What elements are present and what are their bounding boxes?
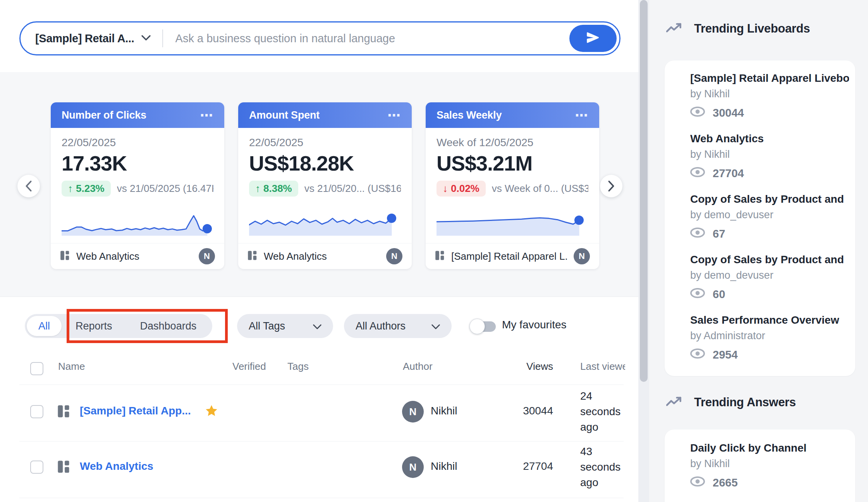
column-header-verified[interactable]: Verified <box>232 361 266 373</box>
trending-item[interactable]: Daily Click by Channel by Nikhil 2665 <box>690 442 849 489</box>
item-title[interactable]: Daily Click by Channel <box>690 442 849 454</box>
item-title[interactable]: Web Analytics <box>690 133 849 145</box>
trending-item[interactable]: [Sample] Retail Apparel Livebo by Nikhil… <box>690 72 849 119</box>
column-header-last-viewed[interactable]: Last viewed <box>580 361 625 373</box>
kpi-source-name[interactable]: Web Analytics <box>264 250 380 262</box>
kpi-card-title: Number of Clicks <box>62 109 146 121</box>
column-header-name[interactable]: Name <box>58 361 85 373</box>
change-badge: ↑ 8.38% <box>249 181 298 197</box>
kpi-date: 22/05/2025 <box>249 136 401 149</box>
more-menu-icon[interactable]: ⋯ <box>387 111 401 119</box>
ask-question-input[interactable] <box>175 32 619 45</box>
views-count: 30044 <box>504 405 553 417</box>
liveboard-icon <box>248 250 258 262</box>
column-header-views[interactable]: Views <box>504 361 553 373</box>
kpi-value: US$18.28K <box>249 151 401 175</box>
more-menu-icon[interactable]: ⋯ <box>200 111 213 119</box>
kpi-value: 17.33K <box>62 151 213 175</box>
item-author: by Nikhil <box>690 458 849 470</box>
kpi-card-number-of-clicks[interactable]: Number of Clicks ⋯ 22/05/2025 17.33K ↑ 5… <box>51 102 224 269</box>
change-arrow-icon: ↓ <box>443 183 448 195</box>
select-all-checkbox[interactable] <box>30 362 43 375</box>
tags-filter-label: All Tags <box>249 320 285 332</box>
change-value: 0.02% <box>451 183 480 195</box>
item-name-link[interactable]: [Sample] Retail App... <box>80 405 191 417</box>
kpi-card-amount-spent[interactable]: Amount Spent ⋯ 22/05/2025 US$18.28K ↑ 8.… <box>238 102 412 269</box>
more-menu-icon[interactable]: ⋯ <box>575 111 588 119</box>
chevron-down-icon <box>313 320 321 332</box>
chevron-down-icon <box>431 320 440 332</box>
divider <box>162 29 163 47</box>
divider <box>19 498 624 498</box>
vertical-scrollbar[interactable] <box>638 0 649 502</box>
nl-search-bar: [Sample] Retail A... <box>19 21 620 55</box>
kpi-date: 22/05/2025 <box>62 136 213 149</box>
trending-up-icon <box>666 22 683 35</box>
carousel-next-button[interactable] <box>600 175 622 197</box>
toggle-knob <box>469 319 485 334</box>
last-viewed: 43 seconds ago <box>580 444 631 490</box>
item-author: by Nikhil <box>690 88 849 100</box>
column-header-author[interactable]: Author <box>403 361 433 373</box>
item-views-row: 2954 <box>690 348 849 361</box>
kpi-card-body: 22/05/2025 17.33K ↑ 5.23% vs 21/05/2025 … <box>51 128 224 197</box>
liveboard-icon <box>435 250 445 262</box>
send-button[interactable] <box>569 25 617 52</box>
item-title[interactable]: [Sample] Retail Apparel Livebo <box>690 72 849 85</box>
row-checkbox[interactable] <box>30 461 43 474</box>
column-header-tags[interactable]: Tags <box>287 361 309 373</box>
liveboard-icon <box>60 250 70 262</box>
item-author: by demo_devuser <box>690 269 849 281</box>
item-author: by Administrator <box>690 330 849 342</box>
last-viewed: 24 seconds ago <box>580 388 631 435</box>
eye-icon <box>690 348 705 361</box>
item-title[interactable]: Copy of Sales by Product and <box>690 193 849 205</box>
tab-all[interactable]: All <box>27 316 62 336</box>
kpi-source-name[interactable]: [Sample] Retail Apparel L... <box>451 250 567 262</box>
carousel-prev-button[interactable] <box>17 175 40 197</box>
item-title[interactable]: Sales Performance Overview <box>690 314 849 326</box>
tags-filter-dropdown[interactable]: All Tags <box>237 314 333 338</box>
section-title: Trending Liveboards <box>694 22 810 36</box>
trending-item[interactable]: Copy of Sales by Product and by demo_dev… <box>690 254 849 301</box>
trending-liveboards-card: [Sample] Retail Apparel Livebo by Nikhil… <box>665 60 855 376</box>
compare-text: vs Week of 0... (US$3.21M <box>492 183 588 195</box>
authors-filter-dropdown[interactable]: All Authors <box>344 314 452 338</box>
item-views-row: 27704 <box>690 167 849 180</box>
scrollbar-thumb[interactable] <box>640 0 648 382</box>
views-count: 2954 <box>713 348 738 361</box>
row-checkbox[interactable] <box>30 405 43 418</box>
item-views-row: 60 <box>690 288 849 301</box>
kpi-value: US$3.21M <box>437 151 588 175</box>
kpi-card-header: Amount Spent ⋯ <box>238 102 412 128</box>
trending-item[interactable]: Copy of Sales by Product and by demo_dev… <box>690 193 849 240</box>
data-source-label: [Sample] Retail A... <box>35 32 134 45</box>
eye-icon <box>690 288 705 301</box>
send-icon <box>586 30 600 47</box>
star-icon[interactable] <box>205 404 218 419</box>
compare-text: vs 21/05/2025 (16.47K) <box>117 183 213 195</box>
trending-answers-card: Daily Click by Channel by Nikhil 2665 <box>665 430 855 502</box>
trending-answers-header: Trending Answers <box>666 395 796 409</box>
annotation-red-box <box>67 309 228 343</box>
trending-item[interactable]: Web Analytics by Nikhil 27704 <box>690 133 849 180</box>
item-name-link[interactable]: Web Analytics <box>80 460 153 473</box>
views-count: 30044 <box>713 107 744 119</box>
eye-icon <box>690 476 705 489</box>
change-arrow-icon: ↑ <box>68 183 73 195</box>
change-arrow-icon: ↑ <box>255 183 260 195</box>
kpi-card-sales-weekly[interactable]: Sales Weekly ⋯ Week of 12/05/2025 US$3.2… <box>426 102 599 269</box>
my-favourites-toggle[interactable] <box>469 319 497 334</box>
avatar: N <box>386 248 402 264</box>
data-source-selector[interactable]: [Sample] Retail A... <box>35 32 151 45</box>
compare-text: vs 21/05/20... (US$16.87K <box>304 183 401 195</box>
divider <box>19 441 624 442</box>
trending-item[interactable]: Sales Performance Overview by Administra… <box>690 314 849 361</box>
avatar: N <box>402 456 424 478</box>
kpi-card-title: Amount Spent <box>249 109 320 121</box>
sparkline-chart <box>437 212 588 236</box>
kpi-source-name[interactable]: Web Analytics <box>76 250 193 262</box>
author-name: Nikhil <box>431 405 457 417</box>
item-title[interactable]: Copy of Sales by Product and <box>690 254 849 266</box>
kpi-card-body: 22/05/2025 US$18.28K ↑ 8.38% vs 21/05/20… <box>238 128 412 197</box>
